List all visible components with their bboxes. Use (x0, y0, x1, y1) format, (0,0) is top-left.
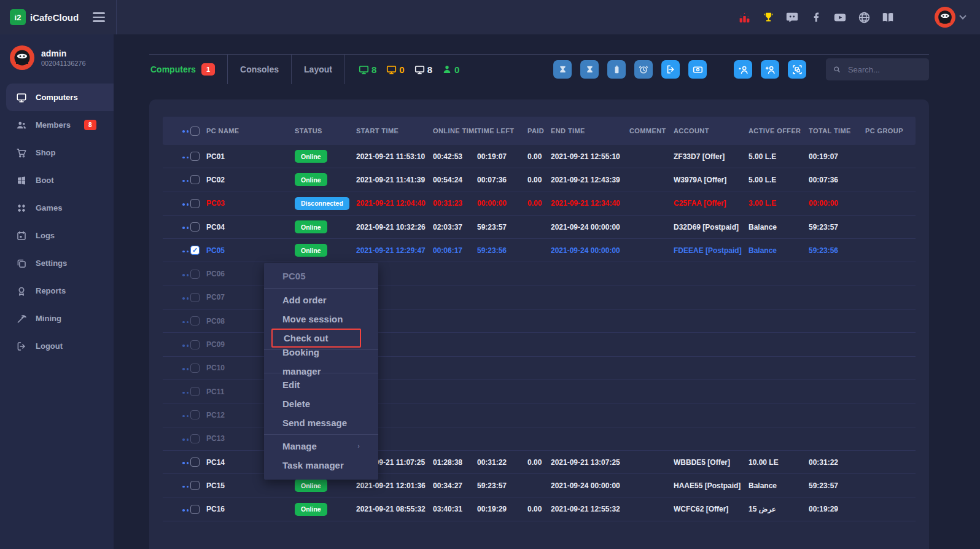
row-actions-icon[interactable] (181, 271, 190, 279)
row-checkbox[interactable] (190, 152, 200, 161)
row-checkbox[interactable] (190, 175, 200, 184)
table-row[interactable]: PC16 Online 2021-09-21 08:55:32 03:40:31… (163, 497, 916, 521)
row-checkbox[interactable] (190, 457, 200, 467)
add-member-star-button[interactable] (734, 60, 752, 79)
discord-icon[interactable] (785, 10, 799, 24)
row-checkbox[interactable] (190, 270, 200, 279)
calendar-icon (16, 230, 27, 241)
menu-item-task-manager[interactable]: Task manager (264, 456, 378, 475)
sidebar-item-mining[interactable]: Mining (0, 305, 114, 332)
menu-toggle-icon[interactable] (90, 10, 107, 24)
topbar: i2 iCafeCloud (0, 0, 980, 34)
podium-icon[interactable] (737, 10, 751, 24)
select-all-checkbox[interactable] (190, 127, 200, 136)
book-icon[interactable] (881, 10, 895, 24)
alarm-clock-button[interactable] (634, 60, 653, 79)
row-actions-icon[interactable] (181, 483, 190, 491)
row-checkbox[interactable] (190, 364, 200, 373)
tab-label: Layout (304, 64, 332, 74)
row-checkbox[interactable] (190, 387, 200, 396)
table-row[interactable]: PC01 Online 2021-09-21 11:53:10 00:42:53… (163, 145, 916, 168)
sidebar-item-label: Members (36, 120, 71, 130)
battery-button[interactable] (607, 60, 626, 79)
row-actions-icon[interactable] (181, 319, 190, 326)
cash-icon (693, 64, 703, 75)
tab-computers[interactable]: Computers 1 (149, 55, 227, 84)
sidebar-item-games[interactable]: Games (0, 194, 114, 222)
app-logo[interactable]: i2 iCafeCloud (10, 9, 79, 25)
row-checkbox[interactable] (190, 434, 200, 443)
cash-button[interactable] (688, 60, 707, 79)
row-actions-icon[interactable] (181, 295, 190, 302)
hourglass-button[interactable] (553, 60, 572, 79)
pc-name: PC03 (206, 199, 225, 208)
menu-item-booking-manager[interactable]: Booking manager (264, 352, 378, 371)
row-checkbox[interactable]: ✓ (190, 246, 200, 255)
menu-item-add-order[interactable]: Add order (264, 290, 378, 310)
sidebar-item-members[interactable]: Members8 (0, 111, 114, 139)
user-menu[interactable] (935, 7, 965, 28)
row-actions-icon[interactable] (181, 436, 190, 443)
row-actions-icon[interactable] (181, 413, 190, 420)
time-left: 00:19:29 (477, 505, 527, 513)
row-actions-icon[interactable] (181, 365, 190, 373)
row-actions-icon[interactable] (181, 459, 190, 467)
row-checkbox[interactable] (190, 316, 200, 325)
search-input[interactable] (847, 64, 924, 75)
account: C25FAA [Offer] (674, 199, 749, 208)
globe-icon[interactable] (857, 10, 871, 24)
sidebar-item-label: Reports (36, 286, 66, 295)
row-checkbox[interactable] (190, 505, 200, 514)
sidebar-item-logs[interactable]: Logs (0, 222, 114, 249)
menu-item-send-message[interactable]: Send message (264, 413, 378, 432)
menu-item-label: Edit (282, 375, 300, 394)
row-actions-icon[interactable] (181, 248, 190, 255)
tab-consoles[interactable]: Consoles (228, 55, 291, 84)
row-actions-icon[interactable] (181, 224, 190, 232)
sidebar-item-settings[interactable]: Settings (0, 249, 114, 277)
column-header: END TIME (551, 127, 629, 134)
sidebar-item-reports[interactable]: Reports (0, 277, 114, 305)
bulk-actions-icon[interactable] (181, 128, 190, 135)
logo-text: iCafeCloud (30, 12, 79, 23)
row-checkbox[interactable] (190, 199, 200, 208)
add-member-plus-button[interactable] (761, 60, 779, 79)
menu-item-manage[interactable]: Manage› (264, 437, 378, 456)
table-row[interactable]: PC04 Online 2021-09-21 10:32:26 02:03:37… (163, 216, 916, 239)
user-block[interactable]: admin 002041136276 (0, 34, 114, 84)
start-time: 2021-09-21 11:53:10 (356, 152, 433, 161)
menu-item-move-session[interactable]: Move session (264, 310, 378, 329)
sidebar-item-computers[interactable]: Computers (6, 84, 114, 111)
sign-out-button[interactable] (661, 60, 680, 79)
sidebar-item-logout[interactable]: Logout (0, 332, 114, 360)
row-checkbox[interactable] (190, 293, 200, 302)
layers-icon (16, 258, 27, 269)
table-row[interactable]: ✓PC05 Online 2021-09-21 12:29:47 00:06:1… (163, 239, 916, 262)
menu-item-delete[interactable]: Delete (264, 394, 378, 413)
row-actions-icon[interactable] (181, 342, 190, 349)
paid: 0.00 (527, 176, 551, 184)
add-member-plus-icon (765, 64, 776, 75)
row-actions-icon[interactable] (181, 154, 190, 162)
sidebar-item-boot[interactable]: Boot (0, 166, 114, 194)
row-checkbox[interactable] (190, 410, 200, 419)
client-screen-button[interactable] (788, 60, 806, 79)
sidebar-item-shop[interactable]: Shop (0, 139, 114, 166)
tab-layout[interactable]: Layout (292, 55, 344, 84)
row-checkbox[interactable] (190, 481, 200, 490)
menu-item-label: Task manager (282, 456, 344, 475)
row-checkbox[interactable] (190, 340, 200, 349)
hourglass2-button[interactable] (580, 60, 599, 79)
facebook-icon[interactable] (809, 10, 823, 24)
table-row[interactable]: PC03 Disconnected 2021-09-21 12:04:40 00… (163, 192, 916, 216)
row-checkbox[interactable] (190, 222, 200, 232)
row-actions-icon[interactable] (181, 177, 190, 185)
youtube-icon[interactable] (833, 10, 847, 24)
row-actions-icon[interactable] (181, 507, 190, 514)
trophy-icon[interactable] (761, 10, 775, 24)
row-actions-icon[interactable] (181, 389, 190, 397)
table-row[interactable]: PC02 Online 2021-09-21 11:41:39 00:54:24… (163, 168, 916, 192)
menu-divider (264, 288, 378, 289)
search-box[interactable] (826, 58, 929, 80)
row-actions-icon[interactable] (181, 201, 190, 208)
